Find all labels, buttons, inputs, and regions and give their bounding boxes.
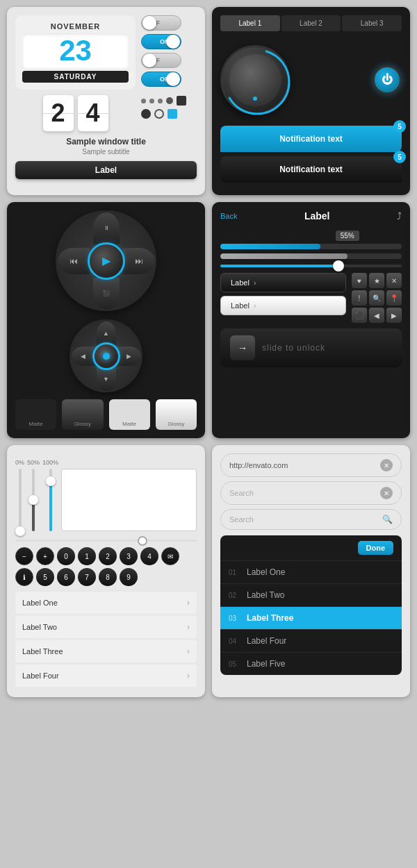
v-slider-50: 50% [27,459,40,531]
search-clear-btn-1[interactable]: ✕ [380,487,393,499]
buttons-icons-section: Label › Label › ♥ ★ ✕ ! 🔍 📍 [220,273,402,323]
slider-thumb[interactable] [333,260,344,272]
dark-list-item-5[interactable]: 05 Label Five [220,652,402,675]
tab-label-2[interactable]: Label 2 [281,15,341,31]
dark-list-num-2: 02 [229,592,240,599]
numpad-2[interactable]: 2 [99,547,117,565]
tab-label-3[interactable]: Label 3 [342,15,402,31]
joy-right[interactable]: ▶ [117,347,141,366]
list-item-4[interactable]: Label Four › [15,665,197,687]
numpad-4[interactable]: 4 [140,547,158,565]
dpad-right[interactable]: ⏭ [123,248,155,274]
notif-blue-badge: 5 [393,120,406,133]
icon-pin[interactable]: 📍 [386,290,402,306]
numpad-minus[interactable]: − [15,547,33,565]
dpad-down[interactable]: ⬛ [93,278,120,310]
power-button[interactable]: ⏻ [373,65,402,94]
toggle-3[interactable]: OFF [141,53,181,68]
icon-search[interactable]: 🔍 [369,290,384,306]
btn-matte-light[interactable]: Matte [109,399,150,430]
list-item-2[interactable]: Label Two › [15,616,197,638]
dark-list-label-3: Label Three [247,613,293,623]
toggle-4[interactable]: ON [141,72,181,87]
h-slider-track[interactable] [15,540,197,542]
numpad-info[interactable]: ℹ [15,568,33,586]
dark-list-item-1[interactable]: 01 Label One [220,560,402,583]
slide-arrow-button[interactable]: → [230,335,255,360]
numpad-0[interactable]: 0 [57,547,75,565]
numpad-8[interactable]: 8 [99,568,117,586]
v-slider-0-thumb[interactable] [15,526,25,536]
numpad-mail[interactable]: ✉ [161,547,179,565]
dark-list-item-2[interactable]: 02 Label Two [220,583,402,606]
numpad-9[interactable]: 9 [120,568,138,586]
white-btn-1[interactable]: Label › [220,296,346,315]
numpad-7[interactable]: 7 [78,568,96,586]
radio-1[interactable] [154,109,164,119]
list-item-1[interactable]: Label One › [15,592,197,614]
url-clear-btn[interactable]: ✕ [380,459,393,471]
top-left-panel: NOVEMBER 23 SATURDAY 2 4 OFF [7,7,205,195]
tab-label-1[interactable]: Label 1 [220,15,280,31]
url-input-text[interactable]: http://envato.com [229,461,380,469]
numpad-3[interactable]: 3 [120,547,138,565]
text-area-box[interactable] [61,469,197,531]
toggle-1[interactable]: OFF [141,15,181,31]
dpad-play[interactable]: ▶ [88,242,125,280]
list-item-3[interactable]: Label Three › [15,640,197,662]
share-icon[interactable]: ⤴ [397,210,402,222]
progress-section: 55% [220,228,402,267]
btn-matte-dark[interactable]: Matte [15,399,56,430]
v-slider-0-track[interactable] [19,469,22,531]
btn-glossy-dark[interactable]: Glossy [62,399,103,430]
search-placeholder-2[interactable]: Search [229,515,382,524]
numpad-plus[interactable]: + [36,547,54,565]
progress-bar-1 [220,244,402,249]
icon-exclaim[interactable]: ! [352,290,367,306]
checkbox-checked[interactable] [167,109,177,119]
icon-heart[interactable]: ♥ [352,273,367,288]
btn-glossy-light[interactable]: Glossy [156,399,197,430]
dot-small-1 [141,99,146,103]
numpad-5[interactable]: 5 [36,568,54,586]
icon-star[interactable]: ★ [369,273,384,288]
search-placeholder-1[interactable]: Search [229,489,380,497]
v-slider-100-thumb[interactable] [46,476,56,486]
knob[interactable] [220,45,290,115]
numpad-6[interactable]: 6 [57,568,75,586]
list-item-2-label: Label Two [22,623,57,631]
numpad-1[interactable]: 1 [78,547,96,565]
dark-list-label-2: Label Two [247,590,285,600]
flip-numbers: 2 4 [15,95,136,131]
v-slider-50-track[interactable] [32,469,35,531]
toggle-2[interactable]: ON [141,34,181,49]
dot-small-2 [149,99,154,103]
dark-list-item-4[interactable]: 04 Label Four [220,629,402,652]
label-button[interactable]: Label [15,161,197,179]
icon-box1[interactable]: ⬛ [352,308,367,323]
search-icon[interactable]: 🔍 [382,515,393,524]
icon-box3[interactable]: ▶ [386,308,402,323]
slider-track[interactable] [220,265,402,267]
list-item-1-label: Label One [22,599,58,607]
done-button[interactable]: Done [358,541,394,555]
notif-dark-badge: 5 [393,151,406,163]
rewind-icon: ⏮ [70,256,78,266]
joystick-center[interactable] [92,342,120,370]
joy-up[interactable]: ▲ [97,322,116,345]
dpad-left[interactable]: ⏮ [58,248,90,274]
slide-unlock[interactable]: → slide to unlock [220,328,402,367]
icon-close[interactable]: ✕ [386,273,402,288]
dark-btn-1[interactable]: Label › [220,273,346,292]
back-button[interactable]: Back [220,212,237,220]
joy-left[interactable]: ◀ [72,347,95,366]
flip-card-1: 2 [43,95,74,131]
joy-down[interactable]: ▼ [97,367,116,391]
icon-box2[interactable]: ◀ [369,308,384,323]
dpad-up[interactable]: ⏸ [93,212,120,244]
v-slider-100-track[interactable] [49,469,52,531]
list-item-3-arrow: › [187,646,190,656]
h-slider-thumb[interactable] [138,536,147,546]
dark-list-item-3-active[interactable]: 03 Label Three [220,606,402,629]
v-slider-50-thumb[interactable] [28,495,38,505]
